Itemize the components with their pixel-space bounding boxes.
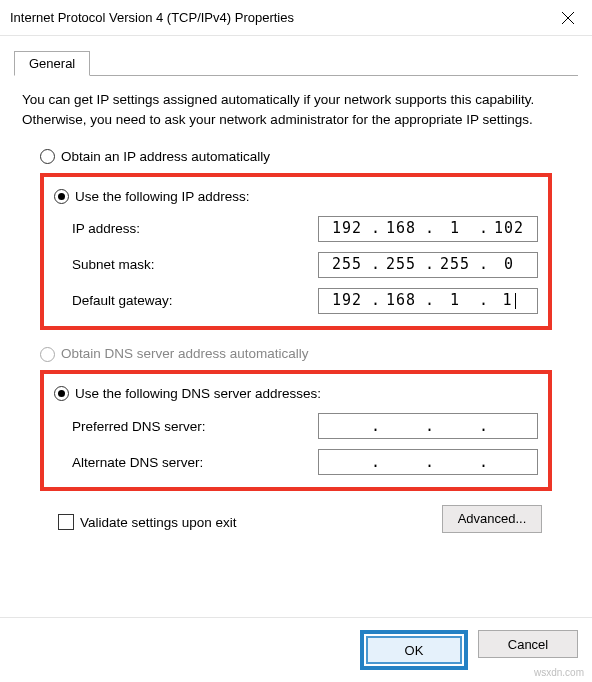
preferred-dns-input[interactable]: . . . [318,413,538,439]
alternate-dns-input[interactable]: . . . [318,449,538,475]
ok-highlight: OK [360,630,468,670]
description-text: You can get IP settings assigned automat… [22,90,570,129]
radio-dns-manual[interactable]: Use the following DNS server addresses: [54,384,538,404]
ip-address-label: IP address: [72,219,318,239]
tab-general[interactable]: General [14,51,90,76]
radio-ip-auto[interactable]: Obtain an IP address automatically [40,147,570,167]
radio-ip-manual[interactable]: Use the following IP address: [54,187,538,207]
gateway-label: Default gateway: [72,291,318,311]
ip-address-input[interactable]: 192. 168. 1. 102 [318,216,538,242]
cancel-button[interactable]: Cancel [478,630,578,658]
radio-dns-manual-label: Use the following DNS server addresses: [75,384,321,404]
validate-checkbox-row[interactable]: Validate settings upon exit [58,513,237,533]
dialog-buttons: OK Cancel [0,617,592,670]
ip-address-row: IP address: 192. 168. 1. 102 [72,216,538,242]
main-content: You can get IP settings assigned automat… [0,76,592,533]
radio-icon [54,386,69,401]
subnet-mask-row: Subnet mask: 255. 255. 255. 0 [72,252,538,278]
radio-icon [40,347,55,362]
radio-icon [54,189,69,204]
radio-ip-manual-label: Use the following IP address: [75,187,250,207]
dns-manual-group: Use the following DNS server addresses: … [40,370,552,492]
tab-strip: General [14,50,578,76]
preferred-dns-label: Preferred DNS server: [72,417,318,437]
validate-label: Validate settings upon exit [80,513,237,533]
window-title: Internet Protocol Version 4 (TCP/IPv4) P… [10,10,294,25]
gateway-input[interactable]: 192. 168. 1. 1 [318,288,538,314]
radio-ip-auto-label: Obtain an IP address automatically [61,147,270,167]
validate-advanced-row: Validate settings upon exit Advanced... [22,505,570,533]
close-button[interactable] [544,0,592,36]
radio-dns-auto-label: Obtain DNS server address automatically [61,344,309,364]
titlebar: Internet Protocol Version 4 (TCP/IPv4) P… [0,0,592,36]
radio-dns-auto: Obtain DNS server address automatically [40,344,570,364]
close-icon [562,12,574,24]
gateway-row: Default gateway: 192. 168. 1. 1 [72,288,538,314]
subnet-mask-input[interactable]: 255. 255. 255. 0 [318,252,538,278]
radio-icon [40,149,55,164]
watermark: wsxdn.com [534,667,584,678]
ip-manual-group: Use the following IP address: IP address… [40,173,552,331]
preferred-dns-row: Preferred DNS server: . . . [72,413,538,439]
ok-button[interactable]: OK [366,636,462,664]
subnet-mask-label: Subnet mask: [72,255,318,275]
advanced-button[interactable]: Advanced... [442,505,542,533]
alternate-dns-row: Alternate DNS server: . . . [72,449,538,475]
alternate-dns-label: Alternate DNS server: [72,453,318,473]
checkbox-icon [58,514,74,530]
text-cursor [515,293,516,309]
